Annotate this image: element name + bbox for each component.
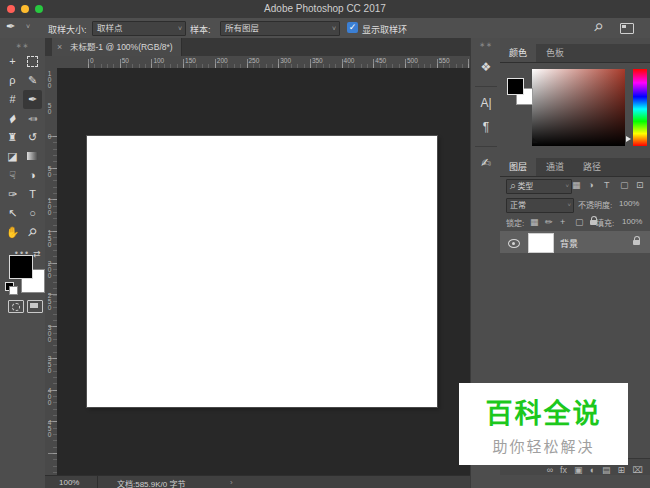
type-tool[interactable]: T [23,185,42,204]
ruler-tick-label: 100 [46,197,53,215]
layer-visibility-eye-icon[interactable] [508,239,520,248]
fill-value[interactable]: 100% [622,217,642,226]
color-panel-tab[interactable]: 颜色 [500,44,536,62]
document-canvas[interactable] [87,136,437,407]
lock-paint-icon[interactable]: ✏ [545,217,553,227]
status-options-arrow[interactable]: › [230,478,233,487]
filter-type-layers-icon[interactable]: T [604,180,610,190]
zoom-tool-icon: ⚲ [23,223,42,242]
filter-shape-layers-icon[interactable]: ▢ [620,180,629,190]
quick-mask-button[interactable] [8,300,24,313]
eraser-tool[interactable]: ◪ [3,147,22,166]
eyedropper-preset-icon[interactable]: ✒ [6,20,15,33]
eyedropper-tool[interactable]: ✒ [23,90,42,109]
window-title: Adobe Photoshop CC 2017 [0,3,650,14]
blend-mode-select[interactable]: 正常 ˅ [506,198,574,213]
document-tab[interactable]: × 未标题-1 @ 100%(RGB/8*) [52,38,182,56]
watermark-overlay: 百科全说 助你轻松解决 [459,383,628,465]
foreground-color-mini-swatch[interactable] [507,78,524,95]
dock-divider [475,146,497,147]
quick-selection-tool[interactable]: ✎ [23,71,42,90]
color-panel-tab[interactable]: 色板 [537,44,573,62]
workspace-switcher-icon[interactable] [620,23,634,34]
healing-brush-tool[interactable]: ▰ [3,109,22,128]
delete-layer-icon[interactable]: ⌧ [632,462,642,479]
layer-filter-select[interactable]: ⚲ 类型 ˅ [506,179,572,194]
paragraph-panel-icon[interactable]: ¶ [471,120,501,134]
show-sampling-ring-checkbox[interactable]: ✓ [347,22,358,33]
sample-size-select[interactable]: 取样点 ˅ [92,21,186,36]
saturation-field-knob[interactable] [533,138,538,143]
default-colors-icon[interactable] [5,282,14,291]
layer-name: 背景 [560,237,578,250]
layer-row-background[interactable]: 背景 [500,231,650,253]
ruler-tick-label: 250 [249,57,260,64]
hue-slider[interactable] [633,69,647,146]
crop-tool[interactable]: # [3,90,22,109]
filter-smart-objects-icon[interactable]: ⊡ [636,180,644,190]
smudge-tool[interactable]: ☟ [3,166,22,185]
foreground-color-swatch[interactable] [9,255,33,279]
brush-settings-panel-icon[interactable]: ✍ [471,156,501,170]
dock-grip[interactable]: ∗∗ [471,41,501,49]
pen-tool[interactable]: ✑ [3,185,22,204]
tools-panel: ∗∗ +ρ✎#✒▰✏♜↺◪☟◑✑T↖○✋⚲ ••• ⇄ [0,38,46,488]
preset-chevron-icon[interactable]: ˅ [26,23,30,30]
opacity-value[interactable]: 100% [619,199,639,208]
marquee-tool-icon [27,56,38,67]
document-tab-title: 未标题-1 @ 100%(RGB/8*) [70,42,173,52]
layers-panel-tab[interactable]: 路径 [574,158,610,176]
layers-panel-tab[interactable]: 通道 [537,158,573,176]
toolbar-grip[interactable]: ∗∗ [0,42,45,50]
ruler-tick-label: 0 [90,57,94,64]
swatches-panel-icon[interactable]: ❖ [471,60,501,74]
watermark-subtitle: 助你轻松解决 [459,435,628,456]
zoom-level-field[interactable]: 100% [59,478,79,487]
marquee-tool[interactable] [23,52,42,71]
document-window: × 未标题-1 @ 100%(RGB/8*) 05010015020025030… [45,38,470,488]
ruler-tick-label: 150 [185,57,196,64]
lock-transparency-icon[interactable]: ▦ [530,217,539,227]
shape-tool[interactable]: ○ [23,204,42,223]
layers-panel-tab[interactable]: 图层 [500,158,536,176]
lasso-tool[interactable]: ρ [3,71,22,90]
lock-artboard-icon[interactable]: ▢ [575,217,584,227]
ruler-tick-label: 450 [375,57,386,64]
clone-stamp-tool[interactable]: ♜ [3,128,22,147]
saturation-brightness-field[interactable] [532,69,625,146]
sample-select[interactable]: 所有图层 ˅ [220,21,340,36]
screen-mode-button[interactable] [27,300,43,313]
lock-move-icon[interactable]: + [560,217,565,227]
layers-panel-tabs: 图层通道路径 [500,158,650,177]
character-panel-icon[interactable]: A| [471,96,501,110]
color-panel-tabs: 颜色色板 [500,44,650,63]
ruler-tick-label: 350 [312,57,323,64]
hand-tool[interactable]: ✋ [3,223,22,242]
path-selection-tool[interactable]: ↖ [3,204,22,223]
ruler-tick-label: 100 [153,57,164,64]
tool-options-bar: ✒ ˅ 取样大小: 取样点 ˅ 样本: 所有图层 ˅ ✓ 显示取样环 ⚲ [0,18,650,39]
type-tool-icon: T [29,185,36,204]
clone-stamp-tool-icon: ♜ [8,128,18,147]
history-brush-tool[interactable]: ↺ [23,128,42,147]
status-bar: 100% 文档:585.9K/0 字节 › [45,475,470,488]
quick-selection-tool-icon: ✎ [28,71,37,90]
dodge-tool[interactable]: ◑ [23,166,42,185]
filter-adjustment-layers-icon[interactable]: ◑ [588,180,593,190]
hue-slider-arrow[interactable] [626,136,631,142]
close-tab-icon[interactable]: × [57,38,62,56]
ruler-tick-label: 200 [46,260,53,278]
filter-pixel-layers-icon[interactable]: ▦ [572,180,581,190]
gradient-tool[interactable] [23,147,42,166]
search-icon[interactable]: ⚲ [591,20,606,35]
layer-locked-icon [633,240,640,245]
ruler-tick-label: 500 [407,57,418,64]
zoom-tool[interactable]: ⚲ [23,223,42,242]
chevron-down-icon: ˅ [567,199,571,212]
dodge-tool-icon: ◑ [29,166,36,185]
swap-colors-icon[interactable]: ⇄ [33,249,41,259]
ruler-tick-label: 250 [46,292,53,310]
move-tool[interactable]: + [3,52,22,71]
layer-thumbnail[interactable] [528,233,554,253]
brush-tool[interactable]: ✏ [23,109,42,128]
